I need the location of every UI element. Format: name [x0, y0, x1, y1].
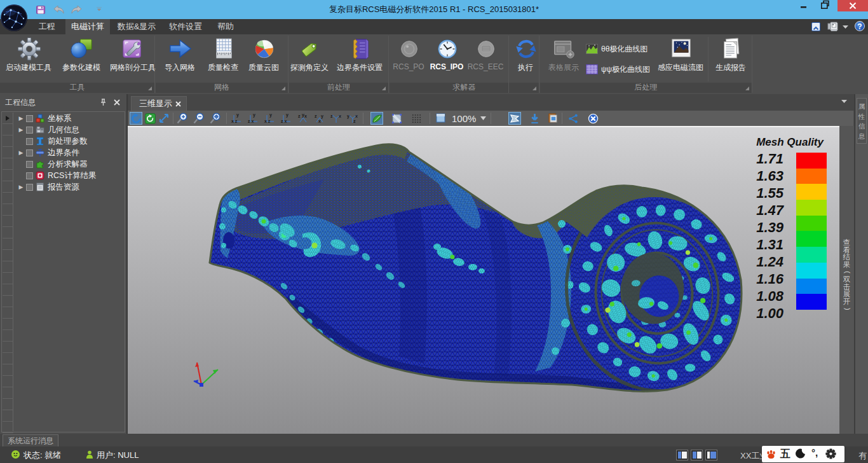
svg-text:z: z: [315, 114, 317, 118]
svg-text:y: y: [321, 114, 323, 119]
svg-text:z x: z x: [248, 119, 254, 123]
svg-text:x: x: [304, 114, 307, 118]
svg-text:y: y: [253, 113, 255, 118]
svg-text:z x: z x: [281, 119, 287, 123]
svg-text:x z: x z: [264, 119, 271, 123]
svg-text:y: y: [286, 113, 288, 118]
svg-text:x: x: [355, 114, 358, 118]
svg-text:x: x: [339, 114, 341, 118]
svg-text:z: z: [353, 119, 356, 123]
svg-text:z: z: [330, 114, 333, 118]
svg-text:y: y: [236, 113, 239, 118]
svg-text:y: y: [302, 113, 304, 118]
svg-text:y: y: [269, 113, 272, 118]
svg-text:z: z: [298, 114, 301, 118]
svg-text:y: y: [347, 114, 349, 119]
svg-text:x: x: [318, 119, 321, 123]
svg-text:x z: x z: [231, 119, 238, 123]
